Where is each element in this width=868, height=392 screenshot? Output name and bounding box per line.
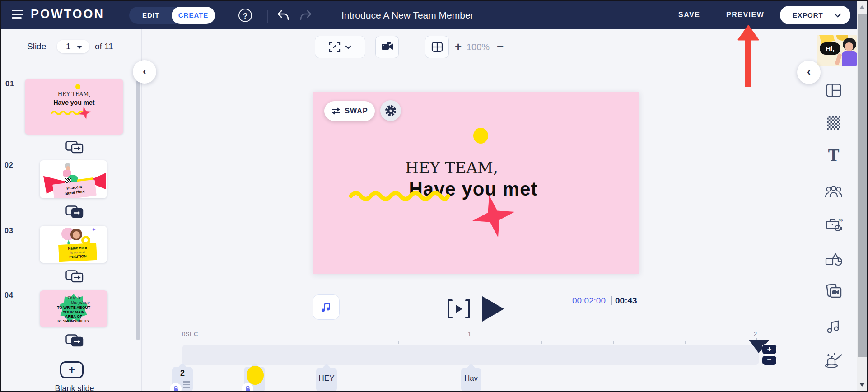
squiggle-shape[interactable] bbox=[349, 189, 450, 201]
sidebar-item-shapes[interactable] bbox=[823, 249, 845, 269]
slide-number-dropdown[interactable]: 1 bbox=[57, 40, 89, 53]
yellow-dot-shape bbox=[75, 84, 80, 89]
toolbar-divider bbox=[412, 39, 412, 55]
slide-number: 02 bbox=[5, 161, 14, 169]
slide-canvas[interactable]: SWAP HEY TEAM, Have you met bbox=[313, 92, 639, 274]
props-icon: $$ bbox=[825, 217, 843, 231]
sidebar-item-characters[interactable] bbox=[823, 182, 845, 201]
hamburger-bar bbox=[12, 14, 23, 15]
scene-preview-thumbnail[interactable]: Hi, bbox=[817, 35, 857, 66]
soundtrack-button[interactable] bbox=[313, 294, 340, 320]
timeline-zoom-out-button[interactable]: − bbox=[762, 355, 777, 365]
grid-button[interactable] bbox=[425, 36, 449, 58]
gear-icon bbox=[384, 104, 397, 117]
window-scrollbar-thumb[interactable] bbox=[858, 14, 867, 357]
timeline-track[interactable] bbox=[182, 345, 759, 365]
navbar-divider bbox=[328, 10, 328, 23]
sidebar-item-backgrounds[interactable] bbox=[823, 113, 845, 133]
time-divider bbox=[611, 296, 612, 305]
slide-thumbnail-4[interactable]: This is the place TO WRITE ABOUT YOUR MA… bbox=[40, 290, 107, 327]
character-face-shape bbox=[845, 42, 853, 51]
music-note-icon bbox=[321, 301, 331, 313]
yellow-banner-shape: Name Here is our new Position bbox=[58, 243, 97, 262]
redo-icon[interactable] bbox=[299, 9, 313, 21]
collapse-right-panel-button[interactable]: ‹ bbox=[797, 61, 821, 84]
collapse-slides-panel-button[interactable]: ‹ bbox=[133, 60, 156, 84]
transition-button-4[interactable] bbox=[65, 334, 84, 347]
help-icon[interactable]: ? bbox=[238, 9, 252, 22]
character-arm-shape bbox=[835, 53, 842, 65]
transition-button-2[interactable] bbox=[65, 205, 84, 218]
slide-thumbnail-1[interactable]: HEY TEAM, Have you met bbox=[25, 79, 123, 135]
slide-number: 01 bbox=[5, 80, 14, 88]
timeline-item-shape[interactable] bbox=[244, 367, 265, 392]
transition-button-1[interactable] bbox=[65, 141, 84, 154]
list-lines-icon bbox=[183, 381, 190, 383]
save-button[interactable]: SAVE bbox=[678, 11, 700, 19]
slide-thumbnail-2[interactable]: PLace a name Here bbox=[40, 160, 107, 198]
sound-icon bbox=[827, 318, 840, 334]
playback-total-time: 00:43 bbox=[615, 296, 637, 306]
stage-text-serif[interactable]: HEY TEAM, bbox=[393, 159, 510, 177]
chevron-left-icon: ‹ bbox=[807, 65, 811, 78]
sidebar-item-specials[interactable] bbox=[823, 350, 845, 370]
sidebar-item-media[interactable] bbox=[823, 281, 845, 301]
yellow-dot-shape[interactable] bbox=[473, 128, 488, 144]
undo-icon[interactable] bbox=[276, 9, 290, 21]
purple-sparkle-shape bbox=[92, 228, 96, 231]
chevron-left-icon: ‹ bbox=[143, 65, 146, 77]
ruler-tick bbox=[541, 341, 542, 344]
play-brackets-icon bbox=[446, 299, 475, 319]
scrollbar-down-arrow[interactable] bbox=[859, 383, 865, 387]
ruler-label-0: 0SEC bbox=[182, 331, 198, 337]
thumb-text: Position bbox=[59, 254, 97, 260]
camera-button[interactable] bbox=[375, 36, 399, 58]
export-button[interactable]: EXPORT bbox=[780, 6, 850, 24]
edit-mode-button[interactable]: EDIT bbox=[133, 7, 169, 24]
timeline-item-label: HEY bbox=[316, 374, 337, 383]
timeline-item-text[interactable]: HEY bbox=[316, 368, 337, 392]
text-icon: T bbox=[828, 148, 840, 163]
thumb-text: This is bbox=[40, 296, 107, 300]
left-panel-divider bbox=[141, 29, 142, 392]
preview-button[interactable]: PREVIEW bbox=[726, 11, 764, 19]
timeline-zoom-in-button[interactable]: + bbox=[762, 344, 777, 355]
add-slide-button[interactable]: + bbox=[60, 361, 84, 378]
create-mode-button[interactable]: CREATE bbox=[172, 7, 215, 24]
thumb-text: HEY TEAM, bbox=[25, 91, 123, 98]
slide-number: 04 bbox=[5, 291, 14, 299]
sidebar-item-props[interactable]: $$ bbox=[823, 214, 845, 234]
ruler-tick bbox=[255, 341, 255, 344]
timeline-item-text[interactable]: Hav bbox=[461, 368, 481, 392]
timeline-item-slide[interactable]: 2 bbox=[172, 367, 193, 392]
play-slide-button[interactable] bbox=[446, 299, 475, 319]
shapes-icon bbox=[825, 252, 842, 266]
edit-create-toggle: EDIT CREATE bbox=[129, 7, 215, 24]
ruler-label-1: 1 bbox=[468, 331, 471, 337]
playback-current-time: 00:02:00 bbox=[572, 296, 606, 306]
zoom-out-button[interactable]: − bbox=[497, 40, 504, 54]
fit-screen-dropdown[interactable] bbox=[315, 36, 365, 58]
timeline-item-label: 2 bbox=[172, 369, 193, 378]
thumb-text: RESPONSIBILITY bbox=[40, 319, 107, 323]
slide-thumbnail-3[interactable]: Name Here is our new Position bbox=[40, 226, 107, 263]
transition-button-3[interactable] bbox=[65, 270, 84, 283]
zoom-in-button[interactable]: + bbox=[455, 40, 462, 54]
play-button[interactable] bbox=[482, 296, 504, 322]
swap-button[interactable]: SWAP bbox=[324, 101, 375, 121]
powtoon-logo: POWTOON bbox=[31, 7, 104, 21]
sidebar-item-text[interactable]: T bbox=[823, 145, 845, 165]
project-title[interactable]: Introduce A New Team Member bbox=[341, 10, 474, 21]
characters-icon bbox=[825, 185, 842, 198]
character-shirt-shape bbox=[842, 51, 857, 66]
timeline-item-label: Hav bbox=[461, 374, 481, 383]
list-lines-icon bbox=[183, 384, 190, 385]
hamburger-menu-icon[interactable] bbox=[12, 10, 23, 19]
window-border bbox=[0, 0, 1, 392]
scrollbar-up-arrow[interactable] bbox=[859, 5, 865, 9]
window-border bbox=[0, 0, 868, 1]
slides-panel-scrollbar[interactable] bbox=[136, 80, 140, 340]
sidebar-item-sound[interactable] bbox=[823, 316, 845, 336]
slide-settings-button[interactable] bbox=[380, 100, 401, 121]
sidebar-item-layouts[interactable] bbox=[823, 80, 845, 100]
